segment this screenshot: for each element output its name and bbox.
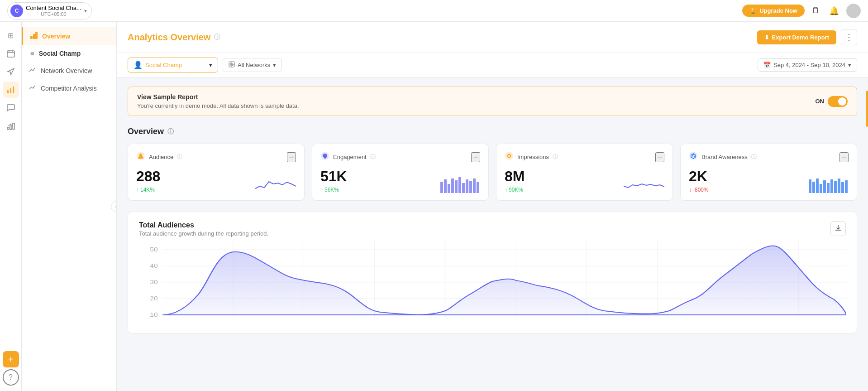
svg-rect-27 — [462, 183, 465, 193]
impressions-info-icon[interactable]: ⓘ — [553, 153, 558, 161]
account-avatar: C — [10, 5, 23, 17]
svg-rect-26 — [458, 177, 461, 193]
sidebar-calendar-icon[interactable] — [3, 45, 19, 62]
audience-label: Audience — [149, 154, 173, 160]
sidebar-item-overview[interactable]: Overview — [22, 27, 116, 45]
profile-avatar-icon: 👤 — [134, 61, 143, 69]
brand-awareness-arrow-button[interactable]: → — [839, 152, 849, 162]
sidebar-dashboard-icon[interactable]: ⊞ — [3, 27, 19, 43]
impressions-value: 8M — [505, 168, 525, 185]
svg-rect-9 — [13, 123, 14, 130]
filter-left: 👤 Social Champ ▾ All Networks ▾ — [128, 58, 282, 72]
user-avatar[interactable] — [846, 4, 861, 18]
svg-text:40: 40 — [150, 263, 158, 269]
audience-change-value: 14K% — [140, 187, 155, 193]
sidebar-chat-icon[interactable] — [3, 100, 19, 116]
impressions-card-header: Impressions ⓘ → — [505, 151, 664, 163]
demo-banner: View Sample Report You're currently in d… — [128, 87, 857, 116]
more-options-button[interactable]: ⋮ — [841, 29, 857, 45]
overview-section-title: Overview ⓘ — [128, 127, 857, 136]
upgrade-label: Upgrade Now — [759, 7, 797, 14]
svg-line-11 — [11, 123, 14, 124]
audience-card-content: 288 ↑ 14K% — [136, 168, 296, 193]
profile-select-chevron-icon: ▾ — [209, 62, 212, 68]
toggle-label: ON — [816, 98, 825, 105]
overview-title-text: Overview — [128, 127, 164, 136]
engagement-icon — [320, 151, 329, 163]
engagement-arrow-button[interactable]: → — [471, 152, 480, 162]
chart-subtitle: Total audience growth during the reporti… — [139, 230, 268, 237]
chart-title: Total Audiences — [139, 221, 268, 229]
svg-rect-42 — [830, 179, 833, 193]
audience-info-icon[interactable]: ⓘ — [177, 153, 182, 161]
sidebar-send-icon[interactable] — [3, 63, 19, 80]
messages-button[interactable]: 🗒 — [810, 4, 822, 17]
svg-text:30: 30 — [150, 279, 158, 285]
network-overview-icon — [29, 66, 36, 75]
brand-awareness-card: Brand Awareness ⓘ → 2K ↓ -800% — [680, 144, 857, 201]
page-title-help-icon[interactable]: ⓘ — [214, 33, 220, 41]
overview-label: Overview — [42, 33, 70, 40]
impressions-up-icon: ↑ — [505, 187, 507, 193]
svg-rect-45 — [841, 182, 844, 193]
account-name: Content Social Cha... — [26, 5, 81, 11]
sidebar-item-competitor-analysis[interactable]: Competitor Analysis — [22, 79, 116, 97]
impressions-change-value: 90K% — [509, 187, 523, 193]
account-switcher[interactable]: C Content Social Cha... UTC+05:00 ▾ — [7, 2, 92, 19]
chart-download-button[interactable] — [830, 221, 846, 236]
overview-info-icon[interactable]: ⓘ — [167, 128, 174, 136]
svg-text:20: 20 — [150, 295, 158, 302]
account-chevron-icon: ▾ — [84, 8, 87, 14]
export-button[interactable]: ⬇ Export Demo Report — [757, 30, 836, 44]
svg-rect-43 — [834, 181, 837, 193]
sidebar-analytics-icon[interactable] — [3, 82, 19, 98]
sidebar-nav: Overview ≡ Social Champ Network Overview… — [22, 22, 117, 391]
svg-rect-23 — [448, 184, 450, 193]
audience-area-chart: 50 40 30 20 10 — [139, 241, 846, 322]
impressions-mini-chart — [624, 175, 664, 193]
scroll-accent-bar — [866, 91, 868, 127]
engagement-card-content: 51K ↑ 56K% — [320, 168, 480, 193]
engagement-info-icon[interactable]: ⓘ — [370, 153, 376, 161]
svg-rect-12 — [30, 36, 33, 39]
svg-rect-8 — [10, 125, 12, 130]
social-champ-icon: ≡ — [30, 49, 34, 57]
demo-mode-toggle[interactable] — [828, 96, 848, 107]
demo-banner-text: View Sample Report You're currently in d… — [137, 93, 299, 109]
chart-header-left: Total Audiences Total audience growth du… — [139, 221, 268, 237]
svg-rect-13 — [33, 34, 35, 39]
network-icon — [229, 61, 235, 69]
sidebar-collapse-button[interactable]: ← — [111, 201, 117, 212]
export-icon: ⬇ — [764, 34, 769, 41]
date-range-picker[interactable]: 📅 Sep 4, 2024 - Sep 10, 2024 ▾ — [758, 58, 857, 72]
svg-rect-29 — [469, 181, 472, 193]
svg-rect-0 — [7, 51, 14, 57]
impressions-arrow-button[interactable]: → — [655, 152, 664, 162]
impressions-card-content: 8M ↑ 90K% — [505, 168, 664, 193]
audience-arrow-button[interactable]: → — [287, 152, 296, 162]
overview-icon — [30, 32, 38, 40]
sidebar-item-social-champ[interactable]: ≡ Social Champ — [22, 45, 116, 62]
account-timezone: UTC+05:00 — [26, 11, 81, 17]
network-select[interactable]: All Networks ▾ — [223, 58, 282, 72]
collapse-icon: ← — [114, 204, 117, 209]
engagement-change-value: 56K% — [324, 187, 339, 193]
upgrade-button[interactable]: 🏆 Upgrade Now — [742, 5, 805, 17]
svg-rect-30 — [473, 179, 476, 193]
svg-rect-31 — [477, 182, 479, 193]
content-header: Analytics Overview ⓘ ⬇ Export Demo Repor… — [117, 22, 868, 53]
svg-rect-24 — [451, 179, 454, 193]
notifications-button[interactable]: 🔔 — [827, 4, 841, 18]
sidebar-add-button[interactable]: + — [3, 351, 19, 367]
demo-banner-title: View Sample Report — [137, 93, 299, 101]
brand-awareness-info-icon[interactable]: ⓘ — [751, 153, 757, 161]
sidebar-item-network-overview[interactable]: Network Overview — [22, 62, 116, 79]
network-overview-label: Network Overview — [41, 67, 92, 74]
messages-icon: 🗒 — [812, 6, 820, 15]
sidebar-help-button[interactable]: ? — [3, 369, 19, 386]
audience-header-left: Audience ⓘ — [136, 151, 182, 163]
svg-rect-39 — [820, 184, 822, 193]
sidebar-bar-chart-icon[interactable] — [3, 118, 19, 134]
svg-rect-14 — [35, 32, 38, 39]
profile-select[interactable]: 👤 Social Champ ▾ — [128, 58, 218, 72]
